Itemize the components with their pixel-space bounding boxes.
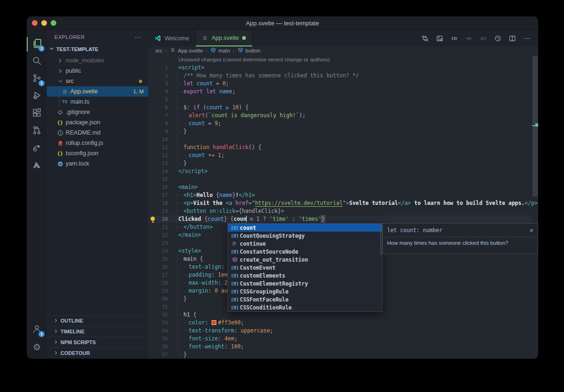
code-line-35[interactable]: 35font-size: 4em; [148,335,532,343]
activity-live-share[interactable] [27,140,47,157]
project-root[interactable]: TEST-TEMPLATE [47,44,148,54]
section-outline[interactable]: OUTLINE [47,315,148,326]
suggest-item-cssfontfacerule[interactable]: [@]CSSFontFaceRule [228,295,382,303]
code-text: count = 9; [178,120,221,128]
suggest-item-customelementregistry[interactable]: [@]CustomElementRegistry [228,279,382,287]
breadcrumb-item-main[interactable]: main [210,47,230,54]
code-line-18[interactable]: 18<p>Visit the <a href="https://svelte.d… [148,199,532,207]
activity-azure[interactable] [27,157,47,174]
suggest-scrollbar[interactable] [380,225,381,255]
section-codetour[interactable]: CODETOUR [47,347,148,358]
ts-icon: TS [61,98,69,106]
activity-source-control[interactable]: 1 [27,70,47,88]
code-line-4[interactable]: 4export let name; [148,88,532,96]
suggest-item-countqueuingstrategy[interactable]: [@]CountQueuingStrategy [228,232,382,240]
file-item-public[interactable]: public [47,66,148,76]
line-number: 9 [154,128,168,136]
split-editor-icon[interactable] [509,35,516,42]
file-label: .gitignore [66,109,90,115]
suggest-item-cssgroupingrule[interactable]: [@]CSSGroupingRule [228,287,382,295]
suggest-item-customelements[interactable]: [@]customElements [228,271,382,279]
line-number: 14 [154,167,168,175]
compare-changes-icon[interactable] [421,35,429,42]
code-line-34[interactable]: 34text-transform: uppercase; [148,327,532,335]
file-item-node-modules[interactable]: node_modules [47,55,148,66]
file-item-app-svelte[interactable]: App.svelte1, M [47,86,148,97]
close-icon[interactable]: × [530,227,534,234]
code-line-19[interactable]: 19<button on:click={handleClick}> [148,207,532,215]
file-label: yarn.lock [66,160,89,167]
suggest-item-create_out_transition[interactable]: create_out_transition [228,256,382,264]
code-line-2[interactable]: 2/** How many times has someone clicked … [148,72,532,80]
code-line-5[interactable]: 5 [148,96,532,104]
next-change-icon[interactable] [480,35,487,42]
code-line-8[interactable]: 8count = 9; [148,120,532,128]
line-number: 19 [154,207,168,215]
activity-pull-requests[interactable] [27,122,47,140]
line-number: 21 [154,223,168,231]
code-line-32[interactable]: 32h1 { [148,311,532,319]
file-item-src[interactable]: src [47,76,148,86]
more-actions-icon[interactable]: ⋯ [135,33,142,41]
activity-search[interactable] [27,53,47,70]
code-text: function handleClick() { [178,143,261,151]
code-line-15[interactable]: 15 [148,175,532,183]
file-item--gitignore[interactable]: .gitignore [47,107,148,117]
file-item-package-json[interactable]: {}package.json [47,117,148,128]
suggest-item-count[interactable]: [@]count [228,224,382,232]
center-change-icon[interactable] [465,35,473,42]
code-line-16[interactable]: 16<main> [148,183,532,191]
file-item-readme-md[interactable]: README.md [47,128,148,138]
breadcrumb-item-button[interactable]: button [237,47,260,54]
activity-settings[interactable]: ⚙ [27,339,47,356]
previous-change-icon[interactable] [450,35,458,42]
file-item-main-ts[interactable]: TSmain.ts [47,97,148,107]
file-history-icon[interactable] [494,35,502,42]
activity-accounts[interactable]: 1 [27,321,47,339]
suggest-item-cssconditionrule[interactable]: [@]CSSConditionRule [228,303,382,311]
code-text: text-transform: uppercase; [178,327,273,335]
zoom-window-button[interactable] [51,20,56,26]
code-line-14[interactable]: 14</script> [148,167,532,175]
file-item-rollup-config-js[interactable]: rollup.config.js [47,138,148,148]
whitespace-tab [178,335,183,343]
code-line-33[interactable]: 33color: #ff3e00; [148,319,532,327]
section-npm-scripts[interactable]: NPM SCRIPTS [47,337,148,347]
whitespace-tab [178,80,183,88]
code-line-7[interactable]: 7alert(`count is dangerously high!`); [148,112,532,120]
suggest-item-customevent[interactable]: [@]CustomEvent [228,264,382,271]
titlebar[interactable]: App.svelte — test-template [27,16,538,30]
code-line-6[interactable]: 6$: if (count ≥ 10) { [148,104,532,112]
breadcrumb-item-app-svelte[interactable]: App.svelte [170,47,203,54]
code-line-9[interactable]: 9} [148,128,532,136]
activity-extensions[interactable] [27,105,47,122]
code-line-11[interactable]: 11function handleClick() { [148,143,532,151]
activity-explorer[interactable]: 1 [27,36,47,53]
section-timeline[interactable]: TIMELINE [47,326,148,337]
breadcrumb-item-src[interactable]: src [155,48,162,53]
modified-dot-icon[interactable] [242,36,246,40]
scrollbar[interactable] [532,54,538,359]
tab-welcome[interactable]: Welcome [148,30,196,46]
code-line-20[interactable]: 20Clicked {count} {coun ≡ 1 ? 'time' : '… [148,215,532,223]
code-editor[interactable]: Unsaved changes (cannot determine recent… [148,54,538,359]
activity-run-debug[interactable] [27,88,47,105]
suggest-item-continue[interactable]: continue [228,240,382,248]
code-line-1[interactable]: 1<script> [148,64,532,72]
code-line-36[interactable]: 36font-weight: 100; [148,343,532,351]
code-line-13[interactable]: 13} [148,159,532,167]
code-line-17[interactable]: 17<h1>Hello {name}!</h1> [148,191,532,199]
minimize-window-button[interactable] [41,20,47,26]
open-preview-icon[interactable] [436,35,443,42]
more-actions-icon[interactable] [523,35,531,42]
code-line-12[interactable]: 12count += 1; [148,151,532,159]
close-window-button[interactable] [32,20,38,26]
file-item-tsconfig-json[interactable]: {}tsconfig.json [47,148,148,158]
code-line-10[interactable]: 10 [148,136,532,143]
suggest-item-constantsourcenode[interactable]: [@]ConstantSourceNode [228,248,382,256]
chevron-right-icon [56,67,64,75]
code-line-3[interactable]: 3let count = 0; [148,80,532,88]
file-item-yarn-lock[interactable]: yarn.lock [47,158,148,169]
tab-app-svelte[interactable]: App.svelte [196,30,252,46]
code-line-37[interactable]: 37} [148,351,532,359]
